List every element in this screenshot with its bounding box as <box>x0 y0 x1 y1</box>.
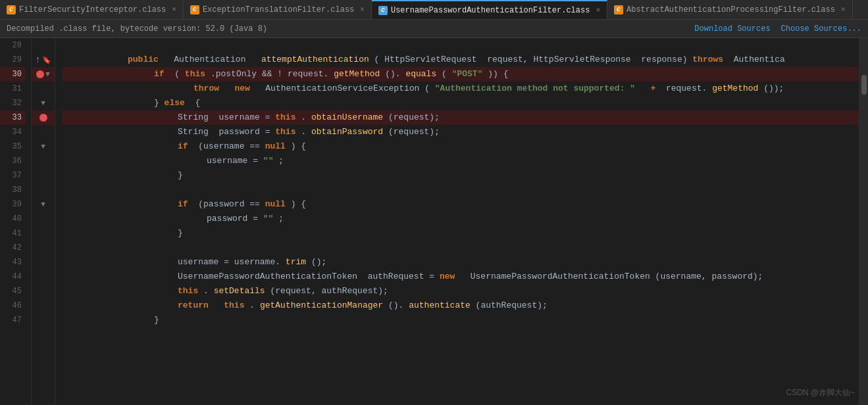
code-line-31: throw new AuthenticationServiceException… <box>62 82 859 96</box>
choose-sources-link[interactable]: Choose Sources... <box>781 24 861 34</box>
tab-bar: c FilterSecurityInterceptor.class ✕ c Ex… <box>0 0 868 20</box>
code-line-45: this . setDetails (request, authRequest)… <box>62 284 859 298</box>
tab-exception-translation[interactable]: c ExceptionTranslationFilter.class ✕ <box>184 0 372 19</box>
tab-close-4[interactable]: ✕ <box>841 6 846 13</box>
ln-45: 45 <box>0 284 26 298</box>
code-line-32: } else { <box>62 96 859 110</box>
ln-29: 29 <box>0 53 26 67</box>
tab-filter-security[interactable]: c FilterSecurityInterceptor.class ✕ <box>0 0 184 19</box>
tab-abstract-auth[interactable]: c AbstractAuthenticationProcessingFilter… <box>607 0 852 19</box>
code-line-35: if (username == null ) { <box>62 139 859 154</box>
ln-34: 34 <box>0 125 26 139</box>
download-sources-link[interactable]: Download Sources <box>694 24 770 34</box>
code-line-41: } <box>62 226 859 241</box>
tab-close-3[interactable]: ✕ <box>596 7 600 14</box>
bookmark-29: 🔖 <box>42 56 51 64</box>
gutter-44 <box>32 270 55 284</box>
ln-30: 30 <box>0 67 26 82</box>
code-line-43: username = username. trim (); <box>62 255 859 270</box>
ln-38: 38 <box>0 183 26 197</box>
ln-37: 37 <box>0 168 26 183</box>
gutter-38 <box>32 183 55 197</box>
tab-icon-3: c <box>378 6 388 15</box>
ln-28: 28 <box>0 38 26 53</box>
fold-39[interactable]: ▼ <box>41 201 45 208</box>
gutter-35: ▼ <box>32 139 55 154</box>
code-line-30: if ( this .postOnly && ! request. getMet… <box>62 67 859 82</box>
gutter-36 <box>32 154 55 168</box>
gutter-31 <box>32 82 55 96</box>
ln-35: 35 <box>0 139 26 154</box>
line-numbers: 28 29 30 31 32 33 34 35 36 37 38 39 40 4… <box>0 38 32 405</box>
code-line-37: } <box>62 168 859 183</box>
gutter-43 <box>32 255 55 270</box>
gutter-45 <box>32 284 55 298</box>
tab-label-4: AbstractAuthenticationProcessingFilter.c… <box>626 5 835 14</box>
tab-close-1[interactable]: ✕ <box>172 6 176 13</box>
gutter-34 <box>32 125 55 139</box>
ln-32: 32 <box>0 96 26 110</box>
code-line-34: String password = this . obtainPassword … <box>62 125 859 139</box>
vertical-scrollbar[interactable] <box>859 38 868 405</box>
tab-icon-4: c <box>614 5 623 14</box>
code-line-44: UsernamePasswordAuthenticationToken auth… <box>62 270 859 284</box>
fold-35[interactable]: ▼ <box>41 143 45 151</box>
gutter: ↑ 🔖 ▼ ▼ ▼ ▼ <box>32 38 55 405</box>
gutter-33 <box>32 110 55 125</box>
breakpoint-33[interactable] <box>39 114 47 122</box>
tab-label-2: ExceptionTranslationFilter.class <box>203 5 354 14</box>
gutter-29: ↑ 🔖 <box>32 53 55 67</box>
ln-40: 40 <box>0 212 26 226</box>
fold-32[interactable]: ▼ <box>41 99 45 107</box>
code-line-36: username = "" ; <box>62 154 859 168</box>
tab-icon-1: c <box>7 5 16 14</box>
ln-47: 47 <box>0 313 26 327</box>
code-line-33: String username = this . obtainUsername … <box>62 110 859 125</box>
code-line-38 <box>62 183 859 197</box>
code-line-28 <box>62 38 859 53</box>
gutter-32: ▼ <box>32 96 55 110</box>
code-line-40: password = "" ; <box>62 212 859 226</box>
editor-window: c FilterSecurityInterceptor.class ✕ c Ex… <box>0 0 868 405</box>
decompiled-info: Decompiled .class file, bytecode version… <box>7 24 267 34</box>
ln-46: 46 <box>0 298 26 313</box>
breakpoint-30[interactable] <box>36 70 44 78</box>
arrow-up-icon: ↑ <box>35 55 40 65</box>
gutter-37 <box>32 168 55 183</box>
gutter-39: ▼ <box>32 197 55 212</box>
tab-label-1: FilterSecurityInterceptor.class <box>19 5 166 14</box>
code-area: 28 29 30 31 32 33 34 35 36 37 38 39 40 4… <box>0 38 868 405</box>
code-content[interactable]: public Authentication attemptAuthenticat… <box>55 38 859 405</box>
code-line-39: if (password == null ) { <box>62 197 859 212</box>
gutter-28 <box>32 38 55 53</box>
ln-43: 43 <box>0 255 26 270</box>
tab-label-3: UsernamePasswordAuthenticationFilter.cla… <box>391 6 590 15</box>
ln-41: 41 <box>0 226 26 241</box>
tab-close-2[interactable]: ✕ <box>360 6 365 13</box>
tab-icon-2: c <box>190 5 199 14</box>
gutter-30: ▼ <box>32 67 55 82</box>
fold-30[interactable]: ▼ <box>45 70 50 78</box>
ln-33: 33 <box>0 110 26 125</box>
code-line-46: return this . getAuthenticationManager (… <box>62 298 859 313</box>
watermark: CSDN @赤脚大仙~ <box>786 387 855 398</box>
gutter-46 <box>32 298 55 313</box>
gutter-40 <box>32 212 55 226</box>
info-bar: Decompiled .class file, bytecode version… <box>0 20 868 38</box>
ln-36: 36 <box>0 154 26 168</box>
gutter-47 <box>32 313 55 327</box>
ln-31: 31 <box>0 82 26 96</box>
tab-username-password[interactable]: c UsernamePasswordAuthenticationFilter.c… <box>372 0 607 19</box>
info-bar-actions: Download Sources Choose Sources... <box>694 24 861 34</box>
ln-39: 39 <box>0 197 26 212</box>
code-line-47: } <box>62 313 859 327</box>
ln-44: 44 <box>0 270 26 284</box>
code-line-29: public Authentication attemptAuthenticat… <box>62 53 859 67</box>
gutter-41 <box>32 226 55 241</box>
ln-42: 42 <box>0 241 26 255</box>
gutter-42 <box>32 241 55 255</box>
code-line-42 <box>62 241 859 255</box>
scrollbar-thumb[interactable] <box>861 75 867 95</box>
